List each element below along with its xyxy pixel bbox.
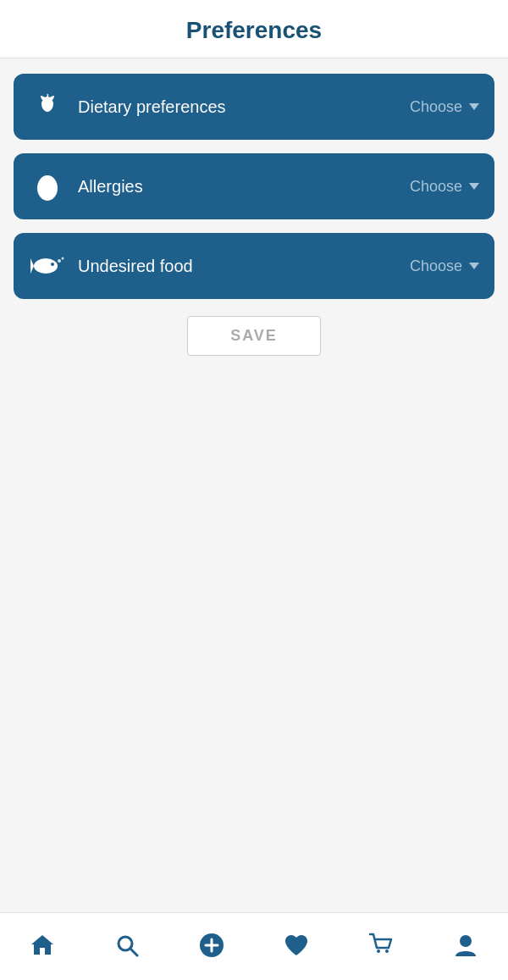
cart-icon bbox=[368, 933, 394, 961]
dietary-preferences-label: Dietary preferences bbox=[78, 97, 410, 117]
svg-point-13 bbox=[460, 935, 472, 947]
undesired-chevron-icon bbox=[469, 263, 479, 269]
svg-point-11 bbox=[377, 950, 380, 953]
svg-marker-2 bbox=[30, 258, 34, 274]
home-icon bbox=[30, 933, 55, 961]
allergies-choose-label: Choose bbox=[410, 178, 479, 196]
egg-icon bbox=[29, 168, 66, 205]
svg-point-12 bbox=[385, 950, 389, 953]
fish-icon bbox=[29, 247, 66, 285]
nav-home[interactable] bbox=[17, 922, 68, 972]
svg-line-7 bbox=[130, 949, 137, 955]
nav-search[interactable] bbox=[102, 922, 152, 972]
nav-favorites[interactable] bbox=[271, 922, 322, 972]
add-circle-icon bbox=[198, 932, 225, 962]
save-button[interactable]: SAVE bbox=[187, 316, 321, 356]
nav-cart[interactable] bbox=[356, 922, 406, 972]
save-button-container: SAVE bbox=[14, 316, 494, 356]
allergies-label: Allergies bbox=[78, 177, 410, 197]
dietary-choose-label: Choose bbox=[410, 98, 479, 116]
profile-icon bbox=[454, 933, 478, 961]
nav-add[interactable] bbox=[186, 922, 237, 972]
dietary-preferences-row[interactable]: Dietary preferences Choose bbox=[14, 74, 494, 140]
undesired-choose-label: Choose bbox=[410, 257, 479, 275]
undesired-food-row[interactable]: Undesired food Choose bbox=[14, 233, 494, 299]
dietary-chevron-icon bbox=[469, 103, 479, 110]
heart-icon bbox=[284, 933, 309, 961]
apple-icon bbox=[29, 88, 66, 125]
undesired-food-label: Undesired food bbox=[78, 257, 410, 276]
header: Preferences bbox=[0, 0, 508, 58]
page-title: Preferences bbox=[186, 17, 322, 43]
svg-point-1 bbox=[34, 258, 58, 274]
allergies-row[interactable]: Allergies Choose bbox=[14, 153, 494, 219]
allergies-chevron-icon bbox=[469, 183, 479, 190]
svg-point-5 bbox=[62, 257, 64, 260]
svg-point-0 bbox=[37, 175, 58, 201]
content-area: Dietary preferences Choose Allergies Cho… bbox=[0, 58, 508, 356]
svg-point-3 bbox=[51, 263, 54, 266]
svg-point-4 bbox=[58, 259, 61, 263]
nav-profile[interactable] bbox=[440, 922, 491, 972]
search-icon bbox=[115, 933, 139, 961]
bottom-nav bbox=[0, 912, 508, 980]
